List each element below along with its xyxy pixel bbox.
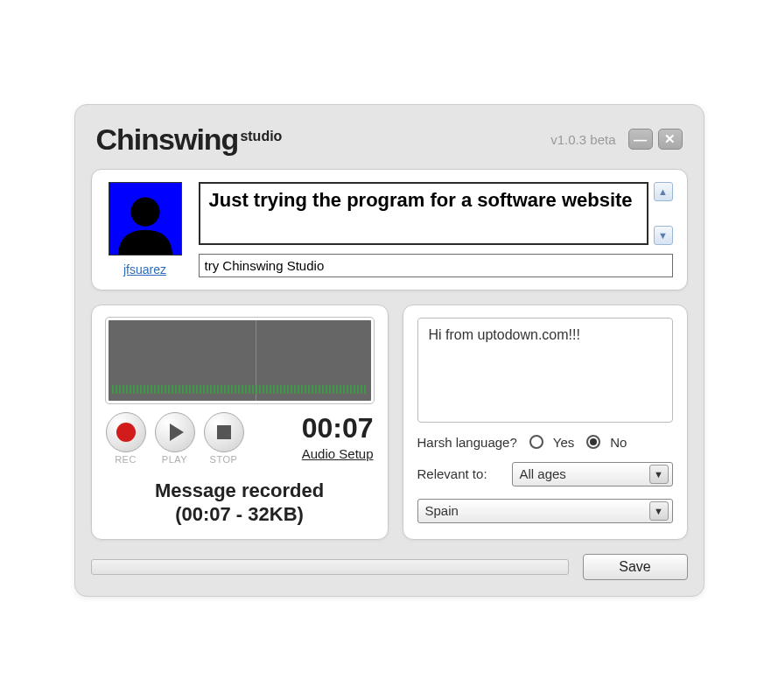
version-label: v1.0.3 beta <box>550 132 615 147</box>
harsh-language-label: Harsh language? <box>417 435 517 450</box>
radio-dot-icon <box>590 438 597 445</box>
stop-icon <box>217 425 231 439</box>
status-line-1: Message recorded <box>106 479 374 503</box>
play-button[interactable] <box>155 412 195 452</box>
stop-label: STOP <box>210 454 238 465</box>
chevron-down-icon: ▼ <box>649 465 669 484</box>
chevron-down-icon: ▼ <box>649 501 669 521</box>
time-column: 00:07 Audio Setup <box>302 412 374 461</box>
time-display: 00:07 <box>302 412 374 444</box>
play-label: PLAY <box>162 454 187 465</box>
record-icon <box>116 423 136 442</box>
harsh-no-label: No <box>610 435 627 450</box>
harsh-language-row: Harsh language? Yes No <box>417 435 673 450</box>
record-button[interactable] <box>106 412 146 452</box>
relevant-row: Relevant to: All ages ▼ <box>417 462 673 486</box>
waveform-display <box>106 318 374 403</box>
harsh-no-radio[interactable] <box>586 435 600 449</box>
brand-sub: studio <box>240 129 282 144</box>
stop-control: STOP <box>204 412 244 465</box>
audio-setup-link[interactable]: Audio Setup <box>302 446 374 461</box>
play-control: PLAY <box>155 412 195 465</box>
relevant-select[interactable]: All ages ▼ <box>512 462 673 486</box>
recorder-panel: REC PLAY STOP 00:07 Audio Setup <box>91 304 389 540</box>
status-line-2: (00:07 - 32KB) <box>106 502 374 527</box>
brand: Chinswing studio <box>96 122 283 157</box>
close-icon: ✕ <box>664 131 676 147</box>
save-button[interactable]: Save <box>583 554 688 580</box>
window-buttons: — ✕ <box>628 129 683 150</box>
country-select[interactable]: Spain ▼ <box>417 499 673 523</box>
relevant-value: All ages <box>520 466 566 481</box>
metadata-panel: Harsh language? Yes No Relevant to: All … <box>403 304 688 540</box>
play-icon <box>170 424 184 441</box>
waveform-level <box>112 385 368 394</box>
app-window: Chinswing studio v1.0.3 beta — ✕ jfsuare… <box>74 104 704 597</box>
footer-row: Save <box>91 554 688 580</box>
relevant-label: Relevant to: <box>417 466 505 481</box>
description-input[interactable] <box>417 318 673 423</box>
svg-point-1 <box>130 197 159 226</box>
country-value: Spain <box>425 503 459 518</box>
scroll-down-button[interactable]: ▼ <box>654 226 673 245</box>
title-row: Just trying the program for a software w… <box>199 182 673 245</box>
chevron-up-icon: ▲ <box>658 186 668 197</box>
post-panel: jfsuarez Just trying the program for a s… <box>91 169 688 290</box>
harsh-yes-radio[interactable] <box>529 435 543 449</box>
recorder-status: Message recorded (00:07 - 32KB) <box>106 479 374 527</box>
chevron-down-icon: ▼ <box>658 230 668 241</box>
post-fields: Just trying the program for a software w… <box>199 182 673 277</box>
minimize-icon: — <box>634 132 647 147</box>
progress-bar <box>91 559 569 575</box>
tag-input[interactable] <box>199 254 673 277</box>
close-button[interactable]: ✕ <box>658 129 683 150</box>
middle-row: REC PLAY STOP 00:07 Audio Setup <box>91 304 688 540</box>
titlebar: Chinswing studio v1.0.3 beta — ✕ <box>91 119 688 169</box>
minimize-button[interactable]: — <box>628 129 653 150</box>
stop-button[interactable] <box>204 412 244 452</box>
avatar[interactable] <box>109 182 182 256</box>
brand-main: Chinswing <box>96 122 239 157</box>
scroll-up-button[interactable]: ▲ <box>654 182 673 201</box>
avatar-silhouette-icon <box>109 183 181 255</box>
rec-label: REC <box>115 454 137 465</box>
harsh-yes-label: Yes <box>553 435 574 450</box>
rec-control: REC <box>106 412 146 465</box>
post-title-input[interactable]: Just trying the program for a software w… <box>199 182 648 245</box>
title-scroll: ▲ ▼ <box>654 182 673 245</box>
recorder-controls: REC PLAY STOP 00:07 Audio Setup <box>106 412 374 465</box>
country-row: Spain ▼ <box>417 499 673 523</box>
avatar-column: jfsuarez <box>106 182 185 276</box>
username-link[interactable]: jfsuarez <box>123 262 166 276</box>
